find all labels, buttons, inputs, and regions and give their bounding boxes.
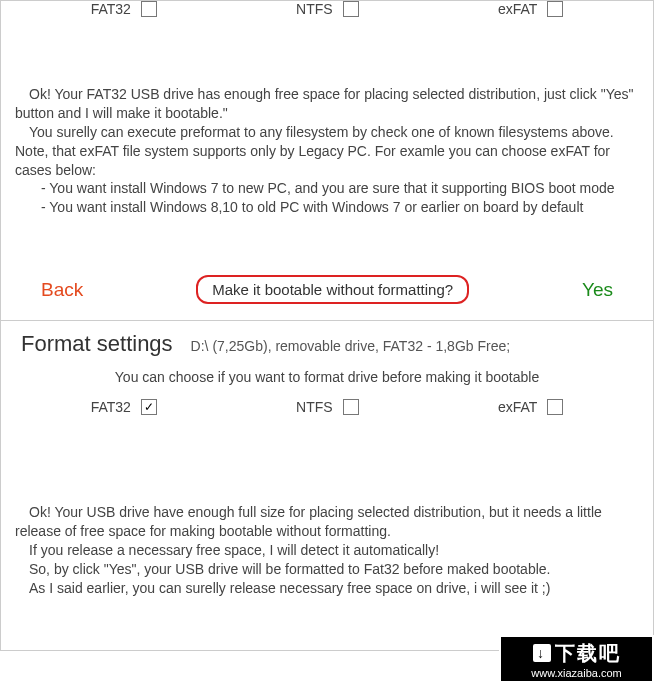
page-title: Format settings bbox=[21, 331, 173, 357]
watermark-main: ↓ 下载吧 bbox=[533, 640, 621, 651]
fs-label-ntfs: NTFS bbox=[296, 1, 333, 17]
watermark: ↓ 下载吧 www.xiazaiba.com bbox=[499, 635, 654, 651]
fs-checkbox-ntfs[interactable] bbox=[343, 1, 359, 17]
fs-option-fat32-b[interactable]: FAT32 bbox=[91, 399, 157, 415]
info-b-p4: As I said earlier, you can surelly relea… bbox=[15, 579, 639, 598]
drive-info: D:\ (7,25Gb), removable drive, FAT32 - 1… bbox=[191, 338, 511, 354]
fs-label-fat32-b: FAT32 bbox=[91, 399, 131, 415]
heading-row: Format settings D:\ (7,25Gb), removable … bbox=[1, 321, 653, 363]
fs-label-exfat-b: exFAT bbox=[498, 399, 537, 415]
fs-option-exfat[interactable]: exFAT bbox=[498, 1, 563, 17]
info-li1: - You want install Windows 7 to new PC, … bbox=[15, 179, 639, 198]
info-text-top: Ok! Your FAT32 USB drive has enough free… bbox=[1, 79, 653, 223]
fs-label-exfat: exFAT bbox=[498, 1, 537, 17]
fs-checkbox-exfat-b[interactable] bbox=[547, 399, 563, 415]
info-b-p2: If you release a necessary free space, I… bbox=[15, 541, 639, 560]
fs-checkbox-fat32[interactable] bbox=[141, 1, 157, 17]
action-row: Back Make it bootable without formatting… bbox=[1, 223, 653, 314]
fs-checkbox-fat32-b[interactable] bbox=[141, 399, 157, 415]
info-p1: Ok! Your FAT32 USB drive has enough free… bbox=[15, 85, 639, 123]
info-p2: You surelly can execute preformat to any… bbox=[15, 123, 639, 180]
fs-label-fat32: FAT32 bbox=[91, 1, 131, 17]
make-bootable-without-formatting-button[interactable]: Make it bootable without formatting? bbox=[196, 275, 469, 304]
filesystem-options-bottom: FAT32 NTFS exFAT bbox=[1, 399, 653, 427]
info-b-p1: Ok! Your USB drive have enough full size… bbox=[15, 503, 639, 541]
download-icon: ↓ bbox=[533, 644, 551, 651]
fs-option-ntfs-b[interactable]: NTFS bbox=[296, 399, 359, 415]
fs-option-ntfs[interactable]: NTFS bbox=[296, 1, 359, 17]
yes-button[interactable]: Yes bbox=[582, 279, 613, 301]
panel-bootable-confirm: FAT32 NTFS exFAT Ok! Your FAT32 USB driv… bbox=[0, 0, 654, 321]
choose-text: You can choose if you want to format dri… bbox=[1, 363, 653, 399]
back-button[interactable]: Back bbox=[41, 279, 83, 301]
panel-format-settings: Format settings D:\ (7,25Gb), removable … bbox=[0, 321, 654, 650]
fs-option-fat32[interactable]: FAT32 bbox=[91, 1, 157, 17]
fs-option-exfat-b[interactable]: exFAT bbox=[498, 399, 563, 415]
filesystem-options-top: FAT32 NTFS exFAT bbox=[1, 1, 653, 29]
fs-checkbox-ntfs-b[interactable] bbox=[343, 399, 359, 415]
info-text-bottom: Ok! Your USB drive have enough full size… bbox=[1, 497, 653, 603]
watermark-text: 下载吧 bbox=[555, 640, 621, 651]
fs-checkbox-exfat[interactable] bbox=[547, 1, 563, 17]
fs-label-ntfs-b: NTFS bbox=[296, 399, 333, 415]
info-li2: - You want install Windows 8,10 to old P… bbox=[15, 198, 639, 217]
info-b-p3: So, by click "Yes", your USB drive will … bbox=[15, 560, 639, 579]
